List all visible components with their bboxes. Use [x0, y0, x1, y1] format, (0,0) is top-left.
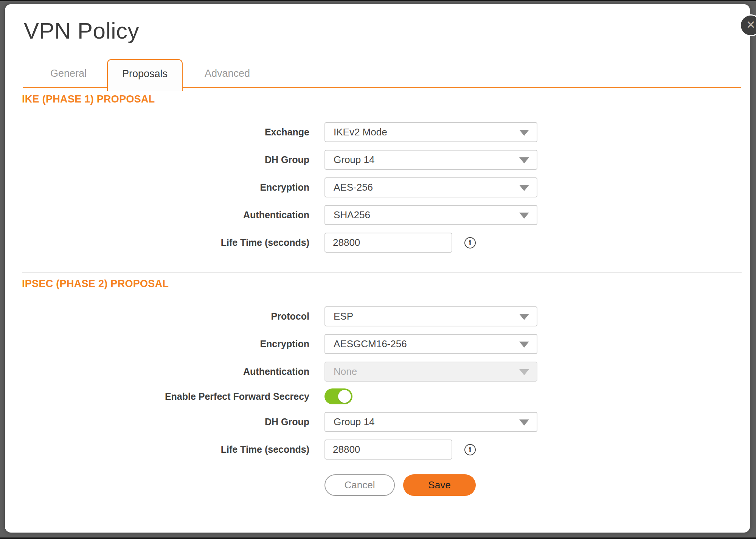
chevron-down-icon: [519, 369, 529, 375]
encryption-label: Encryption: [22, 182, 309, 193]
frame-edge: [0, 537, 756, 539]
life-time-input[interactable]: [324, 233, 452, 253]
form-row-life-time2: Life Time (seconds) i: [22, 440, 476, 460]
authentication2-label: Authentication: [22, 366, 309, 377]
authentication-selected-value: SHA256: [334, 209, 370, 221]
authentication-select[interactable]: SHA256: [324, 205, 537, 225]
authentication2-selected-value: None: [334, 366, 357, 377]
protocol-label: Protocol: [22, 311, 309, 322]
page-title: VPN Policy: [24, 18, 139, 44]
save-button[interactable]: Save: [403, 474, 476, 496]
life-time-label: Life Time (seconds): [22, 237, 309, 248]
form-row-protocol: Protocol ESP: [22, 306, 537, 326]
dh-group-selected-value: Group 14: [334, 154, 374, 166]
chevron-down-icon: [519, 213, 529, 219]
form-row-authentication2: Authentication None: [22, 362, 537, 382]
chevron-down-icon: [519, 130, 529, 136]
dialog-actions: Cancel Save: [324, 474, 476, 496]
encryption2-label: Encryption: [22, 339, 309, 349]
chevron-down-icon: [519, 157, 529, 163]
form-row-dh-group: DH Group Group 14: [22, 150, 537, 170]
dh-group-label: DH Group: [22, 154, 309, 165]
info-icon[interactable]: i: [464, 237, 476, 249]
chevron-down-icon: [519, 342, 529, 348]
tab-proposals[interactable]: Proposals: [107, 59, 183, 91]
chevron-down-icon: [519, 419, 529, 426]
exchange-selected-value: IKEv2 Mode: [334, 126, 387, 138]
phase1-heading: IKE (PHASE 1) PROPOSAL: [22, 93, 155, 105]
dh-group2-select[interactable]: Group 14: [324, 412, 537, 432]
chevron-down-icon: [519, 314, 529, 320]
encryption-selected-value: AES-256: [334, 182, 373, 193]
chevron-down-icon: [519, 185, 529, 191]
encryption-select[interactable]: AES-256: [324, 177, 537, 197]
cancel-button[interactable]: Cancel: [324, 474, 395, 496]
authentication-label: Authentication: [22, 210, 309, 221]
pfs-label: Enable Perfect Forward Secrecy: [22, 391, 309, 402]
authentication2-select-disabled: None: [324, 362, 537, 382]
form-row-pfs: Enable Perfect Forward Secrecy: [22, 388, 352, 404]
frame-edge: [0, 0, 756, 1]
pfs-toggle-on[interactable]: [324, 388, 352, 404]
tab-proposals-label: Proposals: [122, 68, 168, 80]
form-row-encryption2: Encryption AESGCM16-256: [22, 334, 537, 354]
encryption2-select[interactable]: AESGCM16-256: [324, 334, 537, 354]
form-row-dh-group2: DH Group Group 14: [22, 412, 537, 432]
exchange-select[interactable]: IKEv2 Mode: [324, 122, 537, 142]
tab-advanced[interactable]: Advanced: [205, 68, 250, 79]
life-time2-input[interactable]: [324, 440, 452, 460]
encryption2-selected-value: AESGCM16-256: [334, 338, 407, 350]
protocol-selected-value: ESP: [334, 311, 353, 322]
dh-group2-selected-value: Group 14: [334, 416, 374, 428]
close-icon: ✕: [746, 19, 755, 31]
form-row-encryption: Encryption AES-256: [22, 177, 537, 197]
form-row-authentication: Authentication SHA256: [22, 205, 537, 225]
dh-group2-label: DH Group: [22, 416, 309, 427]
form-row-exchange: Exchange IKEv2 Mode: [22, 122, 537, 142]
phase2-heading: IPSEC (PHASE 2) PROPOSAL: [22, 278, 169, 290]
form-row-life-time: Life Time (seconds) i: [22, 233, 476, 253]
exchange-label: Exchange: [22, 127, 309, 138]
dh-group-select[interactable]: Group 14: [324, 150, 537, 170]
toggle-knob: [338, 390, 351, 403]
tab-general[interactable]: General: [50, 68, 87, 79]
protocol-select[interactable]: ESP: [324, 306, 537, 326]
vpn-policy-dialog: VPN Policy General Proposals Advanced IK…: [5, 4, 750, 533]
life-time2-label: Life Time (seconds): [22, 444, 309, 455]
section-separator: [22, 272, 742, 273]
info-icon[interactable]: i: [464, 444, 476, 455]
